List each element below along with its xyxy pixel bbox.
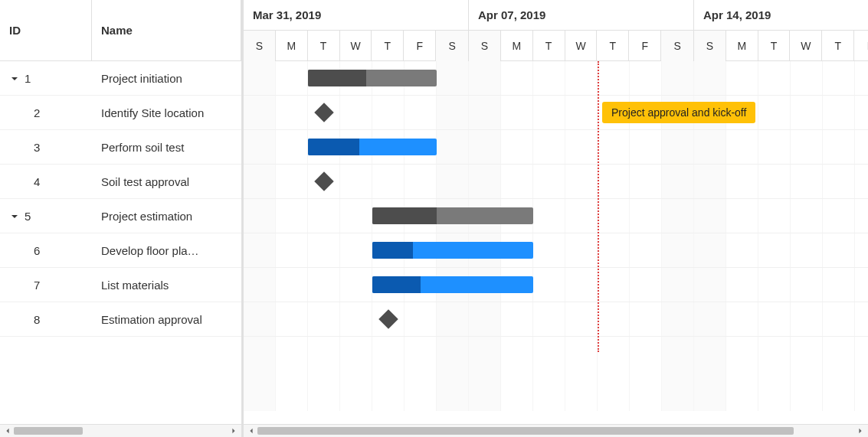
day-header-cell: S: [244, 31, 276, 61]
task-id: 3: [34, 141, 40, 154]
grid-body: 1Project initiation2Identify Site locati…: [0, 61, 241, 424]
task-bar[interactable]: [372, 276, 533, 293]
scroll-right-icon[interactable]: [229, 426, 238, 435]
task-name-cell: Soil test approval: [92, 175, 241, 188]
timeline-row: [244, 268, 868, 302]
task-id: 4: [34, 175, 40, 188]
task-id-cell: 7: [0, 279, 92, 292]
table-row[interactable]: 7List materials: [0, 268, 241, 302]
week-column: Mar 31, 2019SMTWTFS: [244, 0, 469, 60]
week-label: Apr 14, 2019: [694, 0, 868, 31]
table-row[interactable]: 2Identify Site location: [0, 96, 241, 130]
task-bar[interactable]: [372, 242, 533, 259]
timeline-row: [244, 61, 868, 96]
timeline-row: [244, 199, 868, 233]
timeline-row: [244, 96, 868, 130]
task-id: 5: [25, 210, 31, 223]
table-row[interactable]: 6Develop floor pla…: [0, 233, 241, 268]
day-header-cell: T: [308, 31, 340, 61]
scroll-right-icon[interactable]: [856, 426, 865, 435]
task-id: 1: [25, 72, 31, 85]
gantt-chart: ID Name 1Project initiation2Identify Sit…: [0, 0, 868, 437]
table-row[interactable]: 8Estimation approval: [0, 302, 241, 337]
task-name-cell: Project initiation: [92, 72, 241, 85]
row-menu-icon[interactable]: [237, 211, 241, 221]
task-id-cell: 1: [0, 72, 92, 85]
event-marker-label[interactable]: Project approval and kick-off: [602, 102, 755, 123]
progress-fill: [372, 242, 413, 259]
task-name-cell: Develop floor pla…: [92, 244, 241, 257]
task-id: 6: [34, 244, 40, 257]
milestone-marker[interactable]: [378, 309, 398, 328]
grid-panel: ID Name 1Project initiation2Identify Sit…: [0, 0, 244, 437]
progress-fill: [308, 139, 359, 155]
day-header-cell: T: [533, 31, 565, 61]
day-header-cell: M: [726, 31, 758, 61]
timeline-body[interactable]: Project approval and kick-off: [244, 61, 868, 424]
task-name-cell: List materials: [92, 279, 241, 292]
timeline-row: [244, 165, 868, 199]
task-id-cell: 5: [0, 210, 92, 223]
grid-header: ID Name: [0, 0, 241, 61]
table-row[interactable]: 5Project estimation: [0, 199, 241, 233]
timeline-horizontal-scrollbar[interactable]: [244, 424, 868, 437]
day-header-cell: M: [501, 31, 533, 61]
task-name-cell: Identify Site location: [92, 106, 241, 119]
timeline-row: [244, 302, 868, 337]
day-header-cell: F: [629, 31, 661, 61]
collapse-icon[interactable]: [11, 210, 18, 223]
day-header-cell: S: [694, 31, 726, 61]
task-name-cell: Estimation approval: [92, 313, 241, 326]
day-header-cell: T: [758, 31, 791, 61]
task-id-cell: 2: [0, 106, 92, 119]
task-id-cell: 3: [0, 141, 92, 154]
task-name-cell: Project estimation: [92, 210, 241, 223]
task-bar[interactable]: [308, 139, 437, 155]
day-header-cell: S: [436, 31, 468, 61]
week-column: Apr 07, 2019SMTWTFS: [469, 0, 694, 60]
grid-horizontal-scrollbar[interactable]: [0, 424, 241, 437]
day-header-cell: F: [404, 31, 436, 61]
column-header-name[interactable]: Name: [92, 0, 241, 60]
scroll-track[interactable]: [14, 427, 228, 435]
summary-bar[interactable]: [308, 70, 437, 86]
day-header-cell: W: [565, 31, 598, 61]
day-header-cell: T: [372, 31, 404, 61]
scroll-track[interactable]: [257, 427, 854, 435]
day-header-cell: W: [340, 31, 372, 61]
scroll-left-icon[interactable]: [247, 426, 256, 435]
timeline-row: [244, 233, 868, 268]
day-header-cell: W: [790, 31, 822, 61]
table-row[interactable]: 4Soil test approval: [0, 165, 241, 199]
task-id: 7: [34, 279, 40, 292]
scroll-thumb[interactable]: [14, 427, 83, 435]
week-label: Apr 07, 2019: [469, 0, 693, 31]
week-column: Apr 14, 2019SMTWTF: [694, 0, 868, 60]
task-id: 8: [34, 313, 40, 326]
task-id-cell: 4: [0, 175, 92, 188]
milestone-marker[interactable]: [314, 103, 333, 122]
timeline-row: [244, 130, 868, 165]
task-id: 2: [34, 106, 40, 119]
week-label: Mar 31, 2019: [244, 0, 468, 31]
task-id-cell: 6: [0, 244, 92, 257]
scroll-left-icon[interactable]: [3, 426, 12, 435]
table-row[interactable]: 1Project initiation: [0, 61, 241, 96]
scroll-thumb[interactable]: [257, 427, 794, 435]
milestone-marker[interactable]: [314, 171, 333, 191]
day-header-cell: T: [597, 31, 629, 61]
progress-fill: [372, 207, 437, 224]
table-row[interactable]: 3Perform soil test: [0, 130, 241, 165]
timeline-header: Mar 31, 2019SMTWTFSApr 07, 2019SMTWTFSAp…: [244, 0, 868, 61]
day-header-cell: T: [822, 31, 854, 61]
task-name-cell: Perform soil test: [92, 141, 241, 154]
day-header-cell: F: [854, 31, 868, 61]
column-header-id[interactable]: ID: [0, 0, 92, 60]
progress-fill: [308, 70, 366, 86]
collapse-icon[interactable]: [11, 72, 18, 85]
task-id-cell: 8: [0, 313, 92, 326]
progress-fill: [372, 276, 421, 293]
day-header-cell: S: [469, 31, 501, 61]
summary-bar[interactable]: [372, 207, 533, 224]
day-header-cell: M: [276, 31, 308, 61]
